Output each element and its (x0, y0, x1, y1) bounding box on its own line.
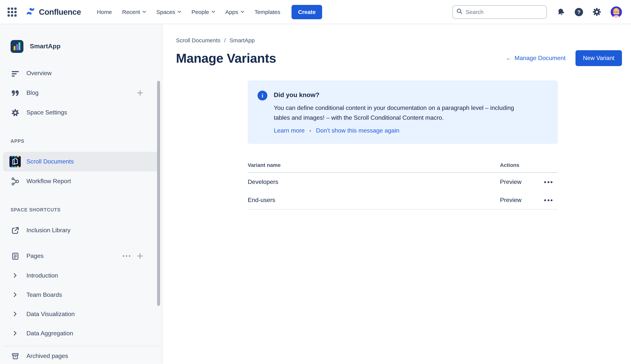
nav-templates[interactable]: Templates (254, 9, 280, 15)
back-arrow-icon: ← (506, 55, 512, 62)
breadcrumb-scroll-documents[interactable]: Scroll Documents (176, 37, 220, 44)
archive-box-icon (10, 352, 20, 360)
breadcrumb-separator: / (224, 37, 226, 44)
top-navigation-bar: Confluence Home Recent Spaces People (0, 0, 631, 24)
actions-column-header: Actions (500, 162, 558, 168)
sidebar-item-overview[interactable]: Overview (0, 64, 162, 83)
sidebar-item-archived-pages[interactable]: Archived pages (0, 346, 162, 364)
confluence-logo-icon (26, 6, 36, 18)
chevron-down-icon (240, 10, 244, 13)
dismiss-message-link[interactable]: Don't show this message again (316, 127, 399, 134)
search-icon (456, 8, 462, 16)
space-avatar-icon (10, 40, 24, 53)
search-input[interactable] (466, 9, 543, 15)
sidebar-item-space-settings[interactable]: Space Settings (0, 103, 162, 122)
page-header: Manage Variants ← Manage Document New Va… (176, 50, 622, 66)
nav-home[interactable]: Home (97, 9, 112, 15)
page-item-data-aggregation[interactable]: Data Aggregation (0, 324, 162, 343)
blog-quote-icon (10, 89, 20, 97)
info-panel-title: Did you know? (274, 92, 521, 99)
space-name: SmartApp (30, 43, 60, 50)
page-item-data-visualization[interactable]: Data Visualization (0, 304, 162, 324)
space-header[interactable]: SmartApp (0, 36, 162, 58)
table-row: Developers Preview (248, 173, 558, 191)
variant-name: End-users (248, 197, 500, 204)
info-panel-body: You can define conditional content in yo… (274, 103, 521, 123)
apps-section-label: APPS (0, 135, 162, 147)
create-button[interactable]: Create (292, 5, 322, 19)
workflow-icon (10, 177, 20, 186)
product-name: Confluence (39, 7, 81, 16)
overview-icon (10, 69, 20, 77)
search-input-container[interactable] (452, 5, 547, 19)
help-icon[interactable] (575, 8, 583, 16)
nav-recent[interactable]: Recent (122, 9, 146, 15)
chevron-right-icon[interactable] (10, 331, 20, 336)
confluence-logo[interactable]: Confluence (26, 6, 81, 18)
info-icon (258, 90, 267, 100)
chevron-down-icon (178, 10, 181, 13)
learn-more-link[interactable]: Learn more (274, 127, 305, 134)
chevron-down-icon (142, 10, 146, 13)
pages-more-actions-icon[interactable] (122, 255, 130, 257)
app-window: Confluence Home Recent Spaces People (0, 0, 631, 364)
variant-name-column-header: Variant name (248, 162, 500, 168)
breadcrumb-smartapp[interactable]: SmartApp (230, 37, 254, 44)
row-more-actions-icon[interactable] (544, 199, 558, 201)
notifications-bell-icon[interactable] (556, 8, 565, 16)
chevron-right-icon[interactable] (10, 273, 20, 278)
pages-document-icon (10, 252, 20, 260)
did-you-know-panel: Did you know? You can define conditional… (248, 80, 558, 144)
page-item-team-boards[interactable]: Team Boards (0, 285, 162, 304)
chevron-right-icon[interactable] (10, 292, 20, 297)
sidebar-item-scroll-documents[interactable]: Scroll Documents (3, 152, 159, 172)
user-avatar[interactable] (610, 6, 622, 18)
sidebar-item-pages[interactable]: Pages (0, 246, 162, 266)
settings-gear-icon[interactable] (592, 8, 601, 16)
breadcrumb: Scroll Documents / SmartApp (176, 37, 622, 44)
app-switcher-icon[interactable] (8, 7, 16, 16)
row-more-actions-icon[interactable] (544, 181, 558, 183)
link-separator-dot: • (310, 128, 311, 133)
variant-name: Developers (248, 178, 500, 186)
nav-spaces[interactable]: Spaces (156, 9, 181, 15)
sidebar-item-blog[interactable]: Blog (0, 83, 162, 103)
preview-link[interactable]: Preview (500, 178, 522, 186)
main-content: Scroll Documents / SmartApp Manage Varia… (162, 24, 631, 364)
external-link-icon (10, 226, 20, 234)
table-row: End-users Preview (248, 191, 558, 210)
page-item-introduction[interactable]: Introduction (0, 266, 162, 285)
primary-nav: Home Recent Spaces People (97, 9, 280, 15)
scroll-documents-app-icon (10, 156, 20, 167)
chevron-down-icon (211, 10, 215, 13)
manage-document-link[interactable]: ← Manage Document (506, 55, 566, 62)
variants-table: Variant name Actions Developers Preview … (248, 162, 558, 210)
page-title: Manage Variants (176, 51, 276, 66)
add-page-icon[interactable] (137, 253, 143, 259)
nav-apps[interactable]: Apps (225, 9, 244, 15)
sidebar-scrollbar[interactable] (157, 81, 160, 306)
sidebar-item-workflow-report[interactable]: Workflow Report (0, 172, 162, 191)
topnav-icon-cluster (556, 6, 622, 18)
space-settings-gear-icon (10, 108, 20, 116)
shortcuts-section-label: SPACE SHORTCUTS (0, 204, 162, 216)
sidebar-item-inclusion-library[interactable]: Inclusion Library (0, 220, 162, 240)
chevron-right-icon[interactable] (10, 312, 20, 316)
new-variant-button[interactable]: New Variant (575, 50, 622, 66)
nav-people[interactable]: People (192, 9, 215, 15)
add-blog-icon[interactable] (137, 90, 143, 96)
space-sidebar: SmartApp Overview (0, 24, 162, 364)
table-header-row: Variant name Actions (248, 162, 558, 173)
preview-link[interactable]: Preview (500, 197, 522, 204)
